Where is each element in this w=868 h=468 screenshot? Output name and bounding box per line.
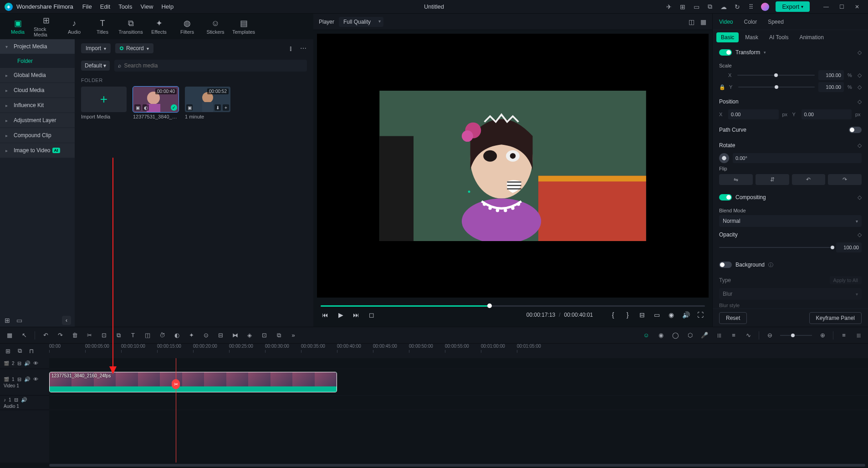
- rotate-cw-button[interactable]: ↷: [828, 174, 862, 185]
- scale-y-value[interactable]: 100.00: [818, 82, 844, 92]
- search-box[interactable]: ⌕: [114, 60, 307, 72]
- send-icon[interactable]: ✈: [665, 3, 673, 10]
- layout-1-icon[interactable]: ⊞: [679, 3, 686, 10]
- opacity-slider[interactable]: [719, 247, 832, 248]
- menu-edit[interactable]: Edit: [100, 3, 110, 10]
- scale-x-slider[interactable]: [737, 75, 815, 76]
- flip-vertical-button[interactable]: ⇵: [756, 174, 789, 185]
- render-icon[interactable]: ⊡: [260, 331, 268, 339]
- tab-audio[interactable]: ♪Audio: [62, 15, 87, 37]
- scale-y-slider[interactable]: [738, 87, 815, 87]
- audio-track[interactable]: [49, 396, 868, 410]
- ai-tool-icon[interactable]: ☺: [642, 331, 650, 339]
- keyframe-icon[interactable]: ◇: [858, 194, 862, 201]
- tab-titles[interactable]: TTitles: [90, 15, 115, 37]
- compositing-section[interactable]: Compositing ◇: [719, 190, 862, 205]
- keyframe-icon[interactable]: ◇: [858, 84, 862, 90]
- display-icon[interactable]: ▭: [652, 310, 661, 319]
- track-magnet-icon[interactable]: ⊓: [27, 347, 36, 355]
- rotate-value[interactable]: 0.00°: [733, 153, 862, 163]
- crop2-icon[interactable]: ◫: [143, 331, 152, 339]
- opacity-value[interactable]: 100.00: [836, 242, 862, 252]
- path-curve-toggle[interactable]: [849, 127, 862, 133]
- preview-viewport[interactable]: [317, 34, 709, 298]
- undo-button[interactable]: ↶: [41, 331, 50, 339]
- track-button[interactable]: ⊟: [216, 331, 225, 339]
- blend-mode-dropdown[interactable]: Normal: [719, 215, 862, 227]
- import-button[interactable]: Import▾: [81, 43, 111, 53]
- transform-toggle[interactable]: [719, 49, 732, 56]
- quality-dropdown[interactable]: Full Quality: [339, 17, 383, 27]
- hide-track-icon[interactable]: 👁: [33, 360, 38, 366]
- delete-button[interactable]: 🗑: [71, 331, 79, 339]
- timer-icon[interactable]: ⊙: [202, 331, 210, 339]
- mark-in-button[interactable]: {: [608, 310, 618, 319]
- media-card-1[interactable]: 00:00:40 ▣◐ ✓ 12377531_3840_2160_2...: [133, 87, 179, 119]
- sidebar-item-influence-kit[interactable]: ▸Influence Kit: [0, 98, 75, 113]
- sort-dropdown[interactable]: Default ▾: [81, 61, 110, 71]
- subtab-animation[interactable]: Animation: [795, 32, 828, 42]
- pos-y-input[interactable]: 0.00: [802, 109, 852, 119]
- eq-icon[interactable]: ≡: [730, 331, 738, 339]
- track-add-icon[interactable]: ⊞: [4, 347, 12, 355]
- history-icon[interactable]: ↻: [734, 3, 741, 10]
- lock-track-icon[interactable]: ⊟: [17, 360, 21, 366]
- download-icon[interactable]: ⬇: [214, 104, 221, 111]
- hide-track-icon[interactable]: 👁: [33, 376, 38, 382]
- mute-track-icon[interactable]: 🔊: [21, 397, 27, 403]
- compositing-toggle[interactable]: [719, 194, 732, 201]
- cut-button[interactable]: ✂: [85, 331, 93, 339]
- timeline-track-area[interactable]: 12377531_3840_2160_24fps ✂: [49, 358, 868, 463]
- video-clip[interactable]: 12377531_3840_2160_24fps: [49, 372, 337, 392]
- subtab-ai-tools[interactable]: AI Tools: [765, 32, 793, 42]
- zoom-out-button[interactable]: ⊖: [766, 331, 774, 339]
- play-button[interactable]: ▶: [336, 310, 345, 319]
- keyframe-icon[interactable]: ◇: [858, 142, 862, 149]
- tab-transitions[interactable]: ⧉Transitions: [118, 15, 143, 37]
- fullscreen-icon[interactable]: ⛶: [696, 310, 705, 319]
- tab-stock-media[interactable]: ⊞Stock Media: [34, 15, 58, 37]
- marker-button[interactable]: ◈: [245, 331, 254, 339]
- track-link-icon[interactable]: ⧉: [15, 347, 24, 355]
- copy-icon[interactable]: ⧉: [114, 331, 123, 339]
- filter-icon[interactable]: ⫿: [287, 45, 294, 52]
- avatar-icon[interactable]: [761, 3, 769, 11]
- redo-button[interactable]: ↷: [56, 331, 64, 339]
- zoom-slider[interactable]: [780, 335, 812, 336]
- waveform-icon[interactable]: ∿: [744, 331, 752, 339]
- layout-2-icon[interactable]: ▭: [693, 3, 700, 10]
- collapse-sidebar-button[interactable]: ‹: [62, 316, 71, 325]
- tab-effects[interactable]: ✦Effects: [147, 15, 171, 37]
- snapshot-icon[interactable]: ▦: [700, 18, 707, 26]
- tool-cursor-icon[interactable]: ↖: [20, 331, 28, 339]
- menu-view[interactable]: View: [140, 3, 153, 10]
- media-card-2[interactable]: 00:00:52 ▣⬇+ 1 minute: [185, 87, 230, 119]
- new-folder-icon[interactable]: ⊞: [4, 317, 11, 324]
- camera-icon[interactable]: ◉: [667, 310, 676, 319]
- maximize-button[interactable]: ☐: [835, 2, 848, 11]
- link-icon[interactable]: ⧓: [231, 331, 239, 339]
- keyframe-panel-button[interactable]: Keyframe Panel: [809, 312, 862, 324]
- mixer-icon[interactable]: ⫼: [715, 331, 723, 339]
- keyframe-icon[interactable]: ◇: [858, 98, 862, 105]
- pos-x-input[interactable]: 0.00: [728, 109, 779, 119]
- background-section[interactable]: Backgroundⓘ: [719, 257, 862, 273]
- menu-help[interactable]: Help: [161, 3, 174, 10]
- reset-button[interactable]: Reset: [719, 312, 747, 324]
- menu-file[interactable]: File: [82, 3, 92, 10]
- sidebar-item-image-to-video[interactable]: ▸Image to VideoAI: [0, 143, 75, 158]
- record-button[interactable]: Record▾: [115, 43, 153, 53]
- close-button[interactable]: ✕: [851, 2, 863, 11]
- scale-x-value[interactable]: 100.00: [818, 70, 844, 80]
- sidebar-item-cloud-media[interactable]: ▸Cloud Media: [0, 83, 75, 98]
- shield-icon[interactable]: ⬡: [686, 331, 694, 339]
- mark-out-button[interactable]: }: [623, 310, 632, 319]
- sidebar-folder[interactable]: Folder: [0, 54, 75, 68]
- zoom-in-button[interactable]: ⊕: [818, 331, 827, 339]
- mute-track-icon[interactable]: 🔊: [24, 376, 31, 382]
- seek-bar[interactable]: [321, 301, 705, 310]
- list-view-icon[interactable]: ≡: [840, 331, 848, 339]
- flip-horizontal-button[interactable]: ⇋: [719, 174, 753, 185]
- timeline-ruler[interactable]: 00:0000:00:05:0000:00:10:0000:00:15:0000…: [49, 344, 868, 358]
- folder-icon[interactable]: ▭: [15, 317, 23, 324]
